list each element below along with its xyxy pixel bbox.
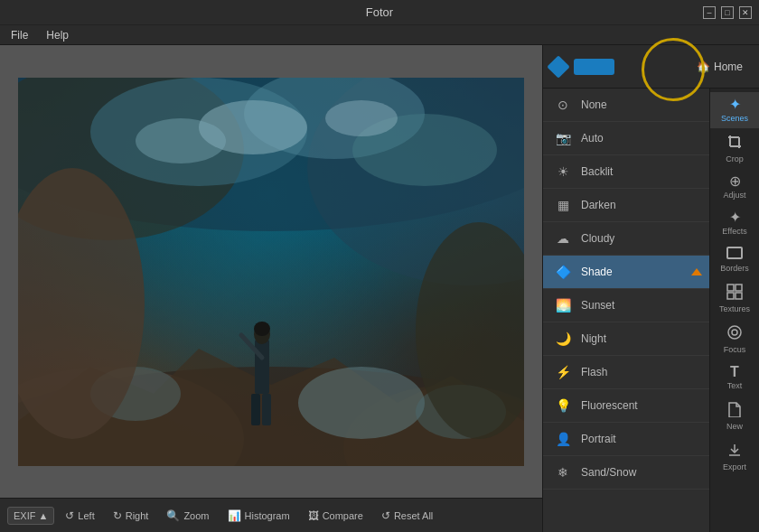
scene-night-label: Night [581, 332, 606, 345]
zoom-icon: 🔍 [166, 509, 180, 522]
scene-portrait[interactable]: 👤 Portrait [543, 423, 709, 456]
menu-bar: File Help [0, 25, 759, 45]
title-bar: Fotor – □ ✕ [0, 0, 759, 25]
tool-text[interactable]: T Text [710, 359, 759, 396]
reset-label: Reset All [394, 510, 433, 521]
rotate-left-icon: ↺ [65, 509, 74, 522]
tool-focus[interactable]: Focus [710, 319, 759, 359]
maximize-button[interactable]: □ [721, 6, 734, 19]
scene-shade-label: Shade [581, 266, 613, 278]
scenes-tool-icon: ✦ [729, 98, 741, 112]
scene-auto-label: Auto [581, 132, 604, 145]
effects-tool-icon: ✦ [729, 210, 741, 225]
focus-tool-label: Focus [724, 345, 746, 354]
tool-crop[interactable]: Crop [710, 128, 759, 169]
svg-rect-31 [736, 285, 742, 291]
tool-scenes[interactable]: ✦ Scenes [710, 92, 759, 128]
rotate-left-label: Left [78, 510, 94, 521]
effects-tool-label: Effects [722, 227, 746, 236]
home-label: Home [714, 61, 743, 73]
scene-night[interactable]: 🌙 Night [543, 322, 709, 356]
zoom-button[interactable]: 🔍 Zoom [159, 507, 216, 525]
compare-icon: 🖼 [308, 509, 319, 522]
photo-container [0, 45, 542, 498]
cave-svg [18, 78, 524, 466]
crop-tool-icon [726, 134, 743, 153]
scene-auto[interactable]: 📷 Auto [543, 122, 709, 155]
scene-cloudy-label: Cloudy [581, 232, 614, 245]
scene-darken-label: Darken [581, 199, 616, 211]
close-button[interactable]: ✕ [739, 6, 752, 19]
focus-tool-icon [726, 324, 743, 343]
scene-darken-icon: ▦ [554, 196, 572, 214]
scenes-tool-label: Scenes [721, 114, 748, 123]
scene-shade[interactable]: 🔷 Shade [543, 256, 709, 289]
main-layout: EXIF ▲ ↺ Left ↻ Right 🔍 Zoom 📊 Histogram… [0, 45, 759, 532]
photo-area: EXIF ▲ ↺ Left ↻ Right 🔍 Zoom 📊 Histogram… [0, 45, 542, 532]
crop-tool-label: Crop [726, 154, 744, 163]
scene-portrait-icon: 👤 [554, 430, 572, 448]
textures-tool-icon [726, 284, 743, 303]
scene-backlit[interactable]: ☀ Backlit [543, 155, 709, 189]
exif-label: EXIF [14, 510, 35, 521]
new-tool-label: New [726, 422, 743, 431]
tool-new[interactable]: New [710, 396, 759, 436]
scene-sunset-icon: 🌅 [554, 296, 572, 314]
compare-label: Compare [323, 510, 363, 521]
scene-fluorescent[interactable]: 💡 Fluorescent [543, 389, 709, 423]
scene-none-label: None [581, 98, 607, 111]
borders-tool-label: Borders [720, 264, 749, 273]
scene-sandsnow-label: Sand/Snow [581, 466, 636, 479]
scene-none[interactable]: ⊙ None [543, 89, 709, 122]
svg-rect-24 [18, 78, 524, 466]
menu-help[interactable]: Help [42, 27, 72, 43]
zoom-label: Zoom [183, 510, 209, 521]
svg-point-34 [728, 326, 741, 339]
scene-cloudy[interactable]: ☁ Cloudy [543, 222, 709, 256]
exif-button[interactable]: EXIF ▲ [7, 507, 54, 525]
textures-tool-label: Textures [719, 304, 750, 313]
svg-rect-32 [727, 293, 734, 299]
export-tool-icon [726, 442, 743, 461]
photo-frame [18, 78, 524, 466]
menu-file[interactable]: File [7, 27, 32, 43]
tool-adjust[interactable]: ⊕ Adjust [710, 169, 759, 205]
rotate-right-label: Right [126, 510, 149, 521]
text-tool-icon: T [730, 365, 739, 379]
tool-export[interactable]: Export [710, 436, 759, 477]
enhance-bar [574, 59, 614, 75]
scene-sandsnow[interactable]: ❄ Sand/Snow [543, 456, 709, 490]
minimize-button[interactable]: – [703, 6, 716, 19]
enhance-diamond-icon [547, 55, 569, 78]
tool-borders[interactable]: Borders [710, 241, 759, 278]
reset-all-button[interactable]: ↺ Reset All [374, 507, 440, 525]
cave-image [18, 78, 524, 466]
scene-flash-icon: ⚡ [554, 363, 572, 381]
bottom-toolbar: EXIF ▲ ↺ Left ↻ Right 🔍 Zoom 📊 Histogram… [0, 498, 542, 532]
scenes-list[interactable]: ⊙ None 📷 Auto ☀ Backlit ▦ Darken [543, 89, 709, 532]
scene-darken[interactable]: ▦ Darken [543, 189, 709, 222]
scene-backlit-icon: ☀ [554, 163, 572, 181]
scene-flash[interactable]: ⚡ Flash [543, 356, 709, 389]
rotate-right-button[interactable]: ↻ Right [106, 507, 156, 525]
scene-portrait-label: Portrait [581, 433, 616, 445]
compare-button[interactable]: 🖼 Compare [301, 507, 370, 525]
rotate-right-icon: ↻ [113, 509, 122, 522]
tool-textures[interactable]: Textures [710, 278, 759, 319]
scene-flash-label: Flash [581, 366, 607, 378]
scene-sunset[interactable]: 🌅 Sunset [543, 289, 709, 322]
exif-arrow-icon: ▲ [38, 510, 48, 521]
scene-none-icon: ⊙ [554, 96, 572, 114]
export-tool-label: Export [723, 462, 746, 471]
text-tool-label: Text [727, 381, 743, 390]
scene-backlit-label: Backlit [581, 165, 613, 178]
svg-point-35 [732, 330, 737, 335]
scene-fluorescent-label: Fluorescent [581, 399, 638, 412]
histogram-button[interactable]: 📊 Histogram [220, 507, 297, 525]
rotate-left-button[interactable]: ↺ Left [58, 507, 101, 525]
tool-effects[interactable]: ✦ Effects [710, 205, 759, 241]
home-icon: 🏠 [697, 61, 710, 73]
home-button[interactable]: 🏠 Home [688, 56, 752, 78]
histogram-icon: 📊 [228, 509, 241, 522]
histogram-label: Histogram [245, 510, 290, 521]
